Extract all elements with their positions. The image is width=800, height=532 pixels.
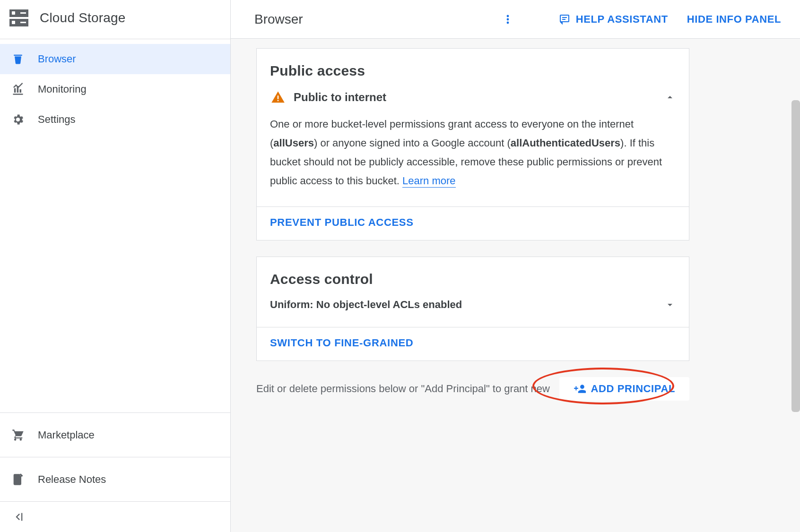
add-principal-label: ADD PRINCIPAL xyxy=(591,383,675,395)
sidebar-item-settings[interactable]: Settings xyxy=(0,104,230,135)
svg-point-2 xyxy=(506,21,509,24)
more-vert-icon[interactable] xyxy=(502,12,513,27)
public-access-description: One or more bucket-level permissions gra… xyxy=(270,115,676,190)
switch-fine-grained-button[interactable]: SWITCH TO FINE-GRAINED xyxy=(270,337,413,349)
public-access-status: Public to internet xyxy=(294,91,386,104)
main: Browser HELP ASSISTANT HIDE INFO PANEL xyxy=(231,0,800,532)
permissions-description: Edit or delete permissions below or "Add… xyxy=(256,383,559,395)
svg-rect-3 xyxy=(560,15,569,22)
cloud-storage-icon xyxy=(9,9,28,26)
public-access-status-row[interactable]: Public to internet xyxy=(270,90,676,104)
page-title: Browser xyxy=(254,12,303,27)
sidebar-nav: Browser Monitoring Settings xyxy=(0,39,230,412)
warning-icon xyxy=(270,90,286,104)
help-assistant-label: HELP ASSISTANT xyxy=(576,13,668,26)
add-principal-icon xyxy=(574,383,586,395)
collapse-icon xyxy=(11,510,25,523)
svg-point-1 xyxy=(506,18,509,20)
sidebar-item-label: Browser xyxy=(38,53,76,65)
public-access-action-row: PREVENT PUBLIC ACCESS xyxy=(257,206,689,240)
access-control-mode: Uniform: No object-level ACLs enabled xyxy=(270,299,462,311)
svg-point-0 xyxy=(506,15,509,17)
add-principal-button[interactable]: ADD PRINCIPAL xyxy=(559,377,689,401)
svg-rect-7 xyxy=(278,100,279,102)
chevron-down-icon[interactable] xyxy=(664,299,676,310)
permissions-row: Edit or delete permissions below or "Add… xyxy=(256,377,689,401)
scrollbar[interactable] xyxy=(791,39,800,532)
chevron-up-icon[interactable] xyxy=(664,92,676,103)
bucket-icon xyxy=(11,52,25,66)
hide-info-panel-label: HIDE INFO PANEL xyxy=(687,13,781,26)
sidebar-item-monitoring[interactable]: Monitoring xyxy=(0,74,230,104)
marketplace-icon xyxy=(11,429,25,442)
public-access-title: Public access xyxy=(270,63,676,79)
prevent-public-access-button[interactable]: PREVENT PUBLIC ACCESS xyxy=(270,216,414,228)
collapse-sidebar-button[interactable] xyxy=(0,502,230,532)
sidebar-header: Cloud Storage xyxy=(0,0,230,39)
release-notes-icon xyxy=(11,473,25,486)
hide-info-panel-button[interactable]: HIDE INFO PANEL xyxy=(687,13,781,26)
help-assistant-button[interactable]: HELP ASSISTANT xyxy=(559,13,668,26)
learn-more-link[interactable]: Learn more xyxy=(402,175,456,188)
scrollbar-thumb[interactable] xyxy=(791,100,800,412)
sidebar-item-marketplace[interactable]: Marketplace xyxy=(0,413,230,457)
sidebar-item-label: Monitoring xyxy=(38,83,87,95)
topbar-actions: HELP ASSISTANT HIDE INFO PANEL xyxy=(502,12,781,27)
access-control-row[interactable]: Uniform: No object-level ACLs enabled xyxy=(270,299,676,311)
sidebar-item-release-notes[interactable]: Release Notes xyxy=(0,457,230,502)
topbar: Browser HELP ASSISTANT HIDE INFO PANEL xyxy=(231,0,800,39)
content: Public access Public to internet One or … xyxy=(231,39,800,532)
gear-icon xyxy=(11,113,25,126)
sidebar: Cloud Storage Browser Monitoring Setting… xyxy=(0,0,231,532)
chat-icon xyxy=(559,14,570,25)
sidebar-item-label: Settings xyxy=(38,113,76,126)
access-control-title: Access control xyxy=(270,271,676,287)
sidebar-footer: Marketplace Release Notes xyxy=(0,412,230,532)
sidebar-item-label: Marketplace xyxy=(38,429,95,441)
svg-rect-6 xyxy=(278,95,279,99)
access-control-card: Access control Uniform: No object-level … xyxy=(256,257,689,361)
sidebar-item-browser[interactable]: Browser xyxy=(0,44,230,74)
access-control-action-row: SWITCH TO FINE-GRAINED xyxy=(257,327,689,360)
public-access-card: Public access Public to internet One or … xyxy=(256,48,689,240)
product-title: Cloud Storage xyxy=(40,10,126,26)
chart-icon xyxy=(11,83,25,96)
sidebar-item-label: Release Notes xyxy=(38,473,106,486)
